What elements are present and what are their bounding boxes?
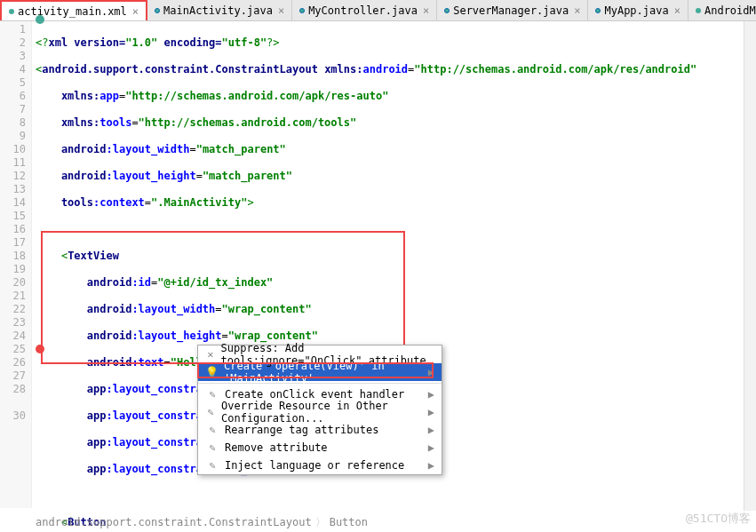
- chevron-right-icon: ▶: [428, 441, 434, 454]
- breadcrumb[interactable]: android.support.constraint.ConstraintLay…: [36, 515, 368, 530]
- xml-icon: [9, 9, 14, 14]
- chevron-right-icon: ▶: [428, 424, 434, 436]
- tab-activity-main[interactable]: activity_main.xml×: [0, 0, 147, 20]
- chevron-right-icon: ▶: [428, 366, 434, 378]
- close-icon[interactable]: ×: [674, 4, 680, 17]
- tab-myapp[interactable]: MyApp.java×: [588, 0, 688, 20]
- wand-icon: ✎: [205, 406, 216, 418]
- chevron-right-icon: ▶: [428, 388, 434, 401]
- close-icon[interactable]: ×: [574, 4, 580, 17]
- close-icon[interactable]: ×: [278, 4, 284, 17]
- java-icon: [444, 8, 450, 13]
- vertical-scrollbar[interactable]: [744, 21, 756, 511]
- chevron-right-icon: ▶: [428, 406, 434, 418]
- wand-icon: ✎: [205, 424, 219, 436]
- tab-mainactivity[interactable]: MainActivity.java×: [147, 0, 292, 20]
- wand-icon: ✎: [205, 388, 219, 401]
- wand-icon: ✎: [205, 459, 219, 472]
- java-icon: [595, 8, 601, 13]
- wand-icon: ✎: [205, 441, 219, 454]
- intention-menu: ✕Suppress: Add tools:ignore="OnClick" at…: [197, 345, 442, 475]
- chevron-right-icon: ▶: [428, 459, 434, 472]
- bulb-icon: 💡: [205, 366, 219, 378]
- java-icon: [155, 8, 160, 13]
- error-gutter-icon[interactable]: [36, 345, 44, 353]
- watermark: @51CTO博客: [686, 511, 751, 527]
- menu-remove-attr[interactable]: ✎Remove attribute▶: [198, 439, 442, 457]
- xml-icon: [696, 8, 701, 13]
- close-icon: ✕: [205, 348, 216, 361]
- line-gutter: 1234567891011121314151617181920212223242…: [0, 21, 32, 508]
- java-icon: [299, 8, 305, 13]
- menu-create-operate[interactable]: 💡Create 'operate(View)' in 'MainActivity…: [198, 363, 442, 381]
- tab-servermanager[interactable]: ServerManager.java×: [437, 0, 588, 20]
- tab-mycontroller[interactable]: MyController.java×: [292, 0, 437, 20]
- tab-manifest[interactable]: AndroidManifest.xml×: [688, 0, 756, 20]
- menu-override-resource[interactable]: ✎Override Resource in Other Configuratio…: [198, 403, 442, 421]
- close-icon[interactable]: ×: [132, 5, 139, 18]
- editor-tabs: activity_main.xml× MainActivity.java× My…: [0, 0, 756, 21]
- menu-inject-lang[interactable]: ✎Inject language or reference▶: [198, 457, 442, 474]
- close-icon[interactable]: ×: [423, 4, 429, 17]
